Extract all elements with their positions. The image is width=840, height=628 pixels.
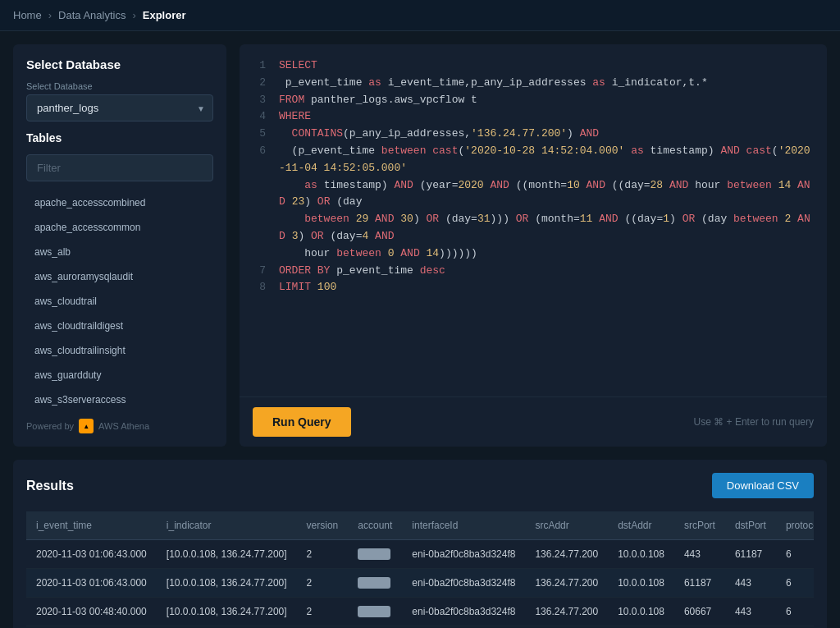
table-cell: 61187 xyxy=(725,540,776,569)
run-query-button[interactable]: Run Query xyxy=(253,407,351,437)
table-cell xyxy=(348,598,402,626)
code-text: (p_event_time between cast('2020-10-28 1… xyxy=(279,143,814,263)
line-number: 7 xyxy=(253,263,266,280)
blurred-account-cell xyxy=(358,548,390,560)
table-cell: 61187 xyxy=(674,569,725,598)
table-cell xyxy=(348,569,402,598)
table-column-header: interfaceId xyxy=(402,511,525,540)
table-list-item[interactable]: aws_guardduty xyxy=(26,364,213,387)
table-row: 2020-11-03 01:06:43.000[10.0.0.108, 136.… xyxy=(26,569,814,598)
table-cell: [10.0.0.108, 136.24.77.200] xyxy=(157,540,297,569)
code-text: ORDER BY p_event_time desc xyxy=(279,263,445,280)
code-line: 2 p_event_time as i_event_time,p_any_ip_… xyxy=(253,75,814,92)
code-text: SELECT xyxy=(279,57,317,75)
db-select-group: Select Database panther_logs xyxy=(26,81,213,121)
code-line: 5 CONTAINS(p_any_ip_addresses,'136.24.77… xyxy=(253,126,814,143)
results-section: Results Download CSV i_event_timei_indic… xyxy=(13,460,827,628)
sidebar-footer: Powered by ▲ AWS Athena xyxy=(26,419,213,433)
sidebar: Select Database Select Database panther_… xyxy=(13,44,226,447)
table-cell: 2020-11-03 01:06:43.000 xyxy=(26,540,157,569)
line-number: 8 xyxy=(253,279,266,296)
db-label: Select Database xyxy=(26,81,213,91)
table-cell: 136.24.77.200 xyxy=(525,598,608,626)
line-number: 3 xyxy=(253,92,266,109)
table-cell: eni-0ba2f0c8ba3d324f8 xyxy=(402,598,525,626)
top-section: Select Database Select Database panther_… xyxy=(13,44,827,447)
table-cell: [10.0.0.108, 136.24.77.200] xyxy=(157,598,297,626)
table-cell: 443 xyxy=(674,540,725,569)
nav-data-analytics[interactable]: Data Analytics xyxy=(58,9,126,21)
table-list-item[interactable]: apache_accesscommon xyxy=(26,216,213,239)
code-line: 6 (p_event_time between cast('2020-10-28… xyxy=(253,143,814,263)
results-table: i_event_timei_indicatorversionaccountint… xyxy=(26,511,814,626)
table-cell: 6 xyxy=(776,569,814,598)
table-list-item[interactable]: aws_s3serveraccess xyxy=(26,388,213,409)
main-layout: Select Database Select Database panther_… xyxy=(0,31,840,628)
code-line: 4WHERE xyxy=(253,108,814,126)
query-editor-area[interactable]: 1SELECT2 p_event_time as i_event_time,p_… xyxy=(240,44,827,397)
select-database-title: Select Database xyxy=(26,57,213,71)
table-cell: [10.0.0.108, 136.24.77.200] xyxy=(157,569,297,598)
table-list-item[interactable]: aws_alb xyxy=(26,241,213,264)
line-number: 1 xyxy=(253,57,266,75)
db-select-wrapper[interactable]: panther_logs xyxy=(26,94,213,121)
query-footer: Run Query Use ⌘ + Enter to run query xyxy=(240,397,827,447)
topnav: Home › Data Analytics › Explorer xyxy=(0,0,840,31)
table-cell: 6 xyxy=(776,540,814,569)
table-column-header: i_event_time xyxy=(26,511,157,540)
footer-service: AWS Athena xyxy=(98,421,149,431)
table-column-header: i_indicator xyxy=(157,511,297,540)
table-cell: 443 xyxy=(725,598,776,626)
table-column-header: srcAddr xyxy=(525,511,608,540)
blurred-account-cell xyxy=(358,606,390,617)
table-cell: 2 xyxy=(297,540,349,569)
nav-chevron-1: › xyxy=(48,9,52,21)
download-csv-button[interactable]: Download CSV xyxy=(712,473,814,498)
table-column-header: dstPort xyxy=(725,511,776,540)
table-column-header: dstAddr xyxy=(608,511,674,540)
table-row: 2020-11-03 00:48:40.000[10.0.0.108, 136.… xyxy=(26,598,814,626)
line-number: 2 xyxy=(253,75,266,92)
code-line: 8LIMIT 100 xyxy=(253,279,814,296)
table-column-header: srcPort xyxy=(674,511,725,540)
table-cell: 136.24.77.200 xyxy=(525,569,608,598)
table-cell: 10.0.0.108 xyxy=(608,569,674,598)
code-text: p_event_time as i_event_time,p_any_ip_ad… xyxy=(279,75,708,92)
table-column-header: protocol xyxy=(776,511,814,540)
table-cell: 10.0.0.108 xyxy=(608,540,674,569)
table-cell: 6 xyxy=(776,598,814,626)
code-text: CONTAINS(p_any_ip_addresses,'136.24.77.2… xyxy=(279,126,599,143)
table-cell: 443 xyxy=(725,569,776,598)
table-list-item[interactable]: aws_cloudtrail xyxy=(26,290,213,313)
code-text: FROM panther_logs.aws_vpcflow t xyxy=(279,92,477,109)
code-text: WHERE xyxy=(279,108,311,126)
query-panel: 1SELECT2 p_event_time as i_event_time,p_… xyxy=(240,44,827,447)
table-row: 2020-11-03 01:06:43.000[10.0.0.108, 136.… xyxy=(26,540,814,569)
table-cell xyxy=(348,540,402,569)
table-list-item[interactable]: aws_auroramysqlaudit xyxy=(26,265,213,288)
nav-home[interactable]: Home xyxy=(13,9,42,21)
tables-filter-input[interactable] xyxy=(26,154,213,181)
db-select[interactable]: panther_logs xyxy=(26,94,213,121)
table-list-item[interactable]: apache_accesscombined xyxy=(26,191,213,214)
line-number: 6 xyxy=(253,143,266,263)
footer-powered-by: Powered by xyxy=(26,421,74,431)
blurred-account-cell xyxy=(358,577,390,589)
table-column-header: version xyxy=(297,511,349,540)
table-column-header: account xyxy=(348,511,402,540)
table-cell: 2020-11-03 01:06:43.000 xyxy=(26,569,157,598)
table-cell: 136.24.77.200 xyxy=(525,540,608,569)
table-list-item[interactable]: aws_cloudtraildigest xyxy=(26,314,213,337)
table-cell: 2 xyxy=(297,569,349,598)
aws-icon: ▲ xyxy=(79,419,94,433)
table-cell: 2020-11-03 00:48:40.000 xyxy=(26,598,157,626)
line-number: 5 xyxy=(253,126,266,143)
nav-chevron-2: › xyxy=(132,9,135,21)
table-cell: eni-0ba2f0c8ba3d324f8 xyxy=(402,540,525,569)
code-line: 7ORDER BY p_event_time desc xyxy=(253,263,814,280)
results-header: Results Download CSV xyxy=(26,473,814,498)
table-list: apache_accesscombinedapache_accesscommon… xyxy=(26,191,213,409)
table-list-item[interactable]: aws_cloudtrailinsight xyxy=(26,339,213,362)
line-number: 4 xyxy=(253,108,266,126)
results-title: Results xyxy=(26,479,74,493)
